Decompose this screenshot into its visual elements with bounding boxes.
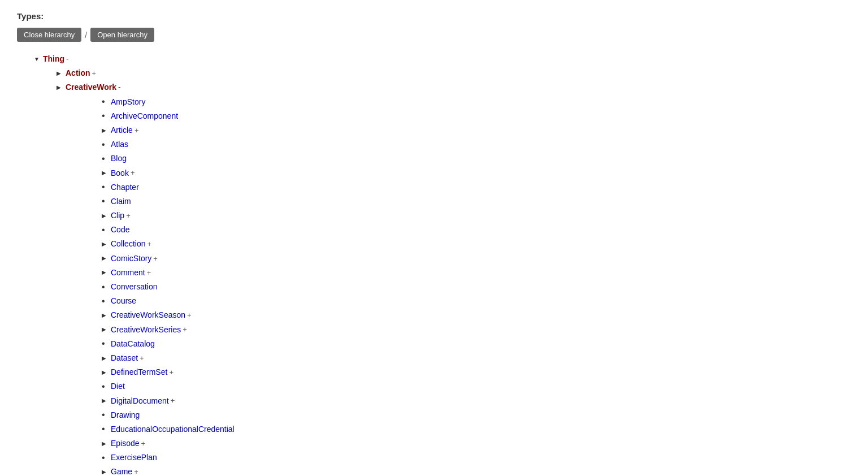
chapter-bullet: • [102, 183, 108, 192]
clip-plus[interactable]: + [126, 209, 131, 222]
comicstory-row: ▶ ComicStory + [102, 252, 851, 266]
creativework-dash: - [118, 80, 121, 94]
digitaldocument-link[interactable]: DigitalDocument [111, 394, 169, 408]
conversation-row: • Conversation [102, 280, 851, 294]
action-plus[interactable]: + [92, 67, 97, 80]
clip-link[interactable]: Clip [111, 209, 124, 223]
definedtermset-row: ▶ DefinedTermSet + [102, 365, 851, 379]
comment-plus[interactable]: + [147, 266, 151, 279]
diet-row: • Diet [102, 379, 851, 393]
drawing-row: • Drawing [102, 408, 851, 422]
conversation-link[interactable]: Conversation [111, 280, 158, 294]
comicstory-toggle-icon[interactable]: ▶ [102, 253, 108, 263]
dataset-toggle-icon[interactable]: ▶ [102, 353, 108, 364]
comment-link[interactable]: Comment [111, 266, 145, 280]
course-link[interactable]: Course [111, 294, 136, 308]
blog-link[interactable]: Blog [111, 152, 127, 166]
definedtermset-link[interactable]: DefinedTermSet [111, 365, 167, 379]
digitaldocument-plus[interactable]: + [171, 394, 175, 407]
blog-row: • Blog [102, 152, 851, 166]
datacatalog-row: • DataCatalog [102, 337, 851, 351]
chapter-link[interactable]: Chapter [111, 180, 139, 194]
datacatalog-link[interactable]: DataCatalog [111, 337, 155, 351]
exerciseplan-row: • ExercisePlan [102, 451, 851, 465]
archivecomponent-bullet: • [102, 111, 108, 120]
course-bullet: • [102, 297, 108, 306]
creativeworkseason-toggle-icon[interactable]: ▶ [102, 310, 108, 321]
collection-plus[interactable]: + [147, 237, 151, 250]
collection-toggle-icon[interactable]: ▶ [102, 239, 108, 249]
clip-toggle-icon[interactable]: ▶ [102, 211, 108, 221]
educationaloccupationalcredential-row: • EducationalOccupationalCredential [102, 422, 851, 436]
atlas-bullet: • [102, 140, 108, 149]
course-row: • Course [102, 294, 851, 308]
dataset-plus[interactable]: + [140, 352, 144, 365]
dataset-row: ▶ Dataset + [102, 351, 851, 365]
thing-link[interactable]: Thing [43, 52, 64, 66]
game-link[interactable]: Game [111, 465, 132, 476]
episode-row: ▶ Episode + [102, 436, 851, 451]
thing-row: ▼ Thing - [34, 52, 851, 66]
code-bullet: • [102, 226, 108, 235]
dataset-link[interactable]: Dataset [111, 351, 138, 365]
ampstory-link[interactable]: AmpStory [111, 95, 145, 109]
action-link[interactable]: Action [66, 66, 90, 80]
exerciseplan-link[interactable]: ExercisePlan [111, 451, 157, 465]
book-toggle-icon[interactable]: ▶ [102, 168, 108, 178]
creativeworkseries-toggle-icon[interactable]: ▶ [102, 324, 108, 335]
article-plus[interactable]: + [134, 124, 139, 137]
clip-row: ▶ Clip + [102, 209, 851, 223]
creativeworkseason-plus[interactable]: + [187, 309, 192, 322]
atlas-link[interactable]: Atlas [111, 137, 128, 152]
book-plus[interactable]: + [131, 166, 135, 179]
archivecomponent-row: • ArchiveComponent [102, 109, 851, 123]
close-hierarchy-button[interactable]: Close hierarchy [17, 28, 81, 42]
creativework-link[interactable]: CreativeWork [66, 80, 116, 94]
types-label: Types: [17, 11, 851, 21]
game-toggle-icon[interactable]: ▶ [102, 467, 108, 476]
type-hierarchy-tree: ▼ Thing - ▶ Action + ▶ CreativeWork - • … [23, 52, 851, 476]
comment-toggle-icon[interactable]: ▶ [102, 267, 108, 278]
diet-link[interactable]: Diet [111, 379, 125, 393]
chapter-row: • Chapter [102, 180, 851, 194]
creativeworkseason-link[interactable]: CreativeWorkSeason [111, 308, 185, 322]
comicstory-plus[interactable]: + [153, 252, 158, 265]
action-toggle-icon[interactable]: ▶ [57, 68, 63, 79]
definedtermset-plus[interactable]: + [169, 366, 173, 379]
game-plus[interactable]: + [134, 465, 138, 476]
creativeworkseries-link[interactable]: CreativeWorkSeries [111, 323, 181, 337]
claim-link[interactable]: Claim [111, 194, 131, 209]
blog-bullet: • [102, 154, 108, 163]
collection-row: ▶ Collection + [102, 237, 851, 251]
archivecomponent-link[interactable]: ArchiveComponent [111, 109, 178, 123]
thing-toggle-icon[interactable]: ▼ [34, 54, 41, 64]
article-toggle-icon[interactable]: ▶ [102, 126, 108, 136]
exerciseplan-bullet: • [102, 453, 108, 462]
claim-row: • Claim [102, 194, 851, 209]
comicstory-link[interactable]: ComicStory [111, 252, 151, 266]
code-link[interactable]: Code [111, 223, 129, 237]
creativework-toggle-icon[interactable]: ▶ [57, 83, 63, 93]
creativeworkseries-plus[interactable]: + [183, 323, 187, 336]
digitaldocument-toggle-icon[interactable]: ▶ [102, 396, 108, 406]
episode-link[interactable]: Episode [111, 436, 140, 451]
action-row: ▶ Action + [57, 66, 851, 80]
thing-dash: - [66, 52, 69, 66]
article-link[interactable]: Article [111, 123, 133, 137]
ampstory-row: • AmpStory [102, 95, 851, 109]
comment-row: ▶ Comment + [102, 266, 851, 280]
definedtermset-toggle-icon[interactable]: ▶ [102, 367, 108, 378]
episode-plus[interactable]: + [141, 437, 146, 450]
open-hierarchy-button[interactable]: Open hierarchy [90, 28, 154, 42]
drawing-bullet: • [102, 410, 108, 419]
digitaldocument-row: ▶ DigitalDocument + [102, 394, 851, 408]
datacatalog-bullet: • [102, 339, 108, 348]
episode-toggle-icon[interactable]: ▶ [102, 439, 108, 449]
drawing-link[interactable]: Drawing [111, 408, 140, 422]
book-link[interactable]: Book [111, 166, 129, 180]
slash-divider: / [85, 31, 87, 40]
creativeworkseason-row: ▶ CreativeWorkSeason + [102, 308, 851, 322]
code-row: • Code [102, 223, 851, 237]
collection-link[interactable]: Collection [111, 237, 145, 251]
educationaloccupationalcredential-link[interactable]: EducationalOccupationalCredential [111, 422, 235, 436]
